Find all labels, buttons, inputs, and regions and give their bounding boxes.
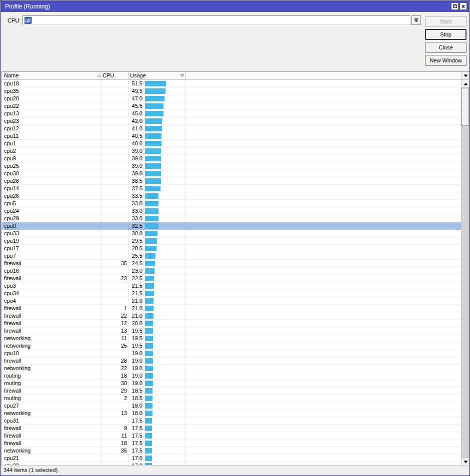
table-row[interactable]: cpu12 41.0 (2, 125, 461, 132)
cell-usage-value: 17.5 (128, 432, 142, 439)
table-row[interactable]: firewall 9 17.5 (2, 425, 461, 432)
table-row[interactable]: cpu22 45.5 (2, 102, 461, 110)
table-row[interactable]: firewall 11 17.5 (2, 432, 461, 440)
cell-cpu: 29 (101, 387, 127, 394)
table-row[interactable]: firewall 13 19.5 (2, 327, 461, 335)
table-row[interactable]: cpu31 17.5 (2, 417, 461, 425)
table-row[interactable]: cpu13 45.0 (2, 110, 461, 117)
table-row[interactable]: cpu9 39.0 (2, 155, 461, 162)
table-row[interactable]: routing 18 19.0 (2, 372, 461, 380)
cell-usage-value: 25.5 (128, 252, 142, 259)
usage-bar (145, 118, 162, 124)
close-window-button[interactable]: x (460, 2, 467, 10)
table-row[interactable]: cpu26 33.5 (2, 192, 461, 200)
close-button[interactable]: Close (425, 42, 466, 53)
cell-cpu: 1 (101, 305, 127, 312)
table-row[interactable]: cpu16 23.0 (2, 267, 461, 275)
cell-name: firewall (4, 387, 21, 394)
table-row[interactable]: routing 30 19.0 (2, 380, 461, 387)
usage-bar (145, 178, 161, 184)
table-row[interactable]: networking 13 18.0 (2, 410, 461, 417)
window-title: Profile (Running) (5, 1, 50, 12)
scroll-up-button[interactable] (462, 80, 470, 88)
table-row[interactable]: firewall 18 17.5 (2, 440, 461, 447)
table-row[interactable]: firewall 12 20.0 (2, 320, 461, 327)
column-header-cpu[interactable]: CPU (102, 72, 114, 79)
table-row[interactable]: cpu11 40.5 (2, 132, 461, 140)
table-row[interactable]: networking 22 19.0 (2, 365, 461, 372)
table-row[interactable]: cpu19 29.5 (2, 237, 461, 245)
table-row[interactable]: cpu5 33.0 (2, 200, 461, 207)
stop-button[interactable]: Stop (425, 29, 466, 40)
table-row[interactable]: firewall 22 21.0 (2, 312, 461, 320)
new-window-button[interactable]: New Window (425, 55, 466, 66)
maximize-icon (453, 4, 457, 8)
table-row[interactable]: cpu23 42.0 (2, 117, 461, 125)
scrollbar-thumb[interactable] (462, 88, 469, 126)
usage-bar (145, 283, 154, 289)
cell-name: cpu9 (4, 155, 16, 162)
table-row[interactable]: cpu29 33.0 (2, 215, 461, 222)
cell-usage-value: 33.5 (128, 192, 142, 199)
table-row[interactable]: firewall 23 22.5 (2, 275, 461, 282)
table-row[interactable]: cpu17 28.5 (2, 245, 461, 252)
table-row[interactable]: cpu25 39.0 (2, 162, 461, 170)
cell-name: routing (4, 380, 21, 387)
usage-bar (145, 261, 155, 266)
table-row[interactable]: firewall 1 21.0 (2, 305, 461, 312)
cpu-field-label: CPU: (8, 16, 20, 25)
cell-name: cpu26 (4, 192, 19, 199)
table-row[interactable]: firewall 35 24.5 (2, 260, 461, 267)
table-row[interactable]: cpu2 39.0 (2, 147, 461, 155)
table-row[interactable]: cpu3 21.5 (2, 282, 461, 290)
table-row[interactable]: cpu0 32.5 (2, 222, 461, 230)
dropdown-arrow-icon (414, 18, 418, 22)
table-row[interactable]: cpu10 19.0 (2, 350, 461, 357)
table-row[interactable]: cpu30 39.0 (2, 170, 461, 177)
table-row[interactable]: cpu24 33.0 (2, 207, 461, 215)
table-row[interactable]: networking 11 19.5 (2, 335, 461, 342)
cell-name: cpu21 (4, 455, 19, 462)
usage-bar (145, 456, 152, 461)
table-row[interactable]: cpu27 18.0 (2, 402, 461, 410)
cell-usage-value: 22.5 (128, 275, 142, 282)
table-row[interactable]: cpu14 37.5 (2, 185, 461, 192)
cell-usage-value: 33.0 (128, 200, 142, 207)
table-row[interactable]: networking 35 17.5 (2, 447, 461, 455)
maximize-button[interactable] (451, 2, 458, 10)
cell-name: cpu11 (4, 132, 18, 139)
table-row[interactable]: cpu35 49.5 (2, 87, 461, 95)
cpu-dropdown-button[interactable] (412, 15, 421, 25)
cell-name: cpu28 (4, 177, 19, 184)
table-row[interactable]: routing 2 18.5 (2, 395, 461, 402)
cell-usage-value: 17.5 (128, 447, 142, 454)
column-selector-button[interactable] (461, 72, 470, 80)
cell-usage-value: 51.5 (128, 80, 142, 87)
table-row[interactable]: cpu28 38.5 (2, 177, 461, 185)
table-row[interactable]: cpu20 47.0 (2, 95, 461, 102)
table-row[interactable]: networking 25 19.5 (2, 342, 461, 350)
table-row[interactable]: cpu33 30.0 (2, 230, 461, 237)
cell-name: firewall (4, 305, 21, 312)
cell-cpu: 13 (101, 410, 127, 417)
table-row[interactable]: cpu21 17.0 (2, 455, 461, 462)
column-header-usage[interactable]: Usage (130, 72, 146, 79)
table-row[interactable]: cpu4 21.0 (2, 297, 461, 305)
table-row[interactable]: firewall 28 19.0 (2, 357, 461, 365)
cell-name: cpu34 (4, 290, 19, 297)
table-row[interactable]: cpu18 51.5 (2, 80, 461, 87)
cpu-input[interactable]: all (22, 15, 410, 25)
arrow-up-icon (464, 82, 468, 85)
usage-bar (145, 426, 152, 431)
column-header-name[interactable]: Name (4, 72, 18, 79)
vertical-scrollbar[interactable] (461, 80, 470, 466)
titlebar[interactable]: Profile (Running) x (1, 1, 469, 12)
scroll-down-button[interactable] (462, 458, 470, 466)
start-button[interactable]: Start (425, 16, 466, 27)
table-row[interactable]: cpu34 21.5 (2, 290, 461, 297)
table-row[interactable]: cpu7 25.5 (2, 252, 461, 260)
cell-cpu: 18 (101, 440, 127, 447)
table-row[interactable]: cpu1 40.0 (2, 140, 461, 147)
cell-usage-value: 37.5 (128, 185, 142, 192)
table-row[interactable]: firewall 29 18.5 (2, 387, 461, 395)
